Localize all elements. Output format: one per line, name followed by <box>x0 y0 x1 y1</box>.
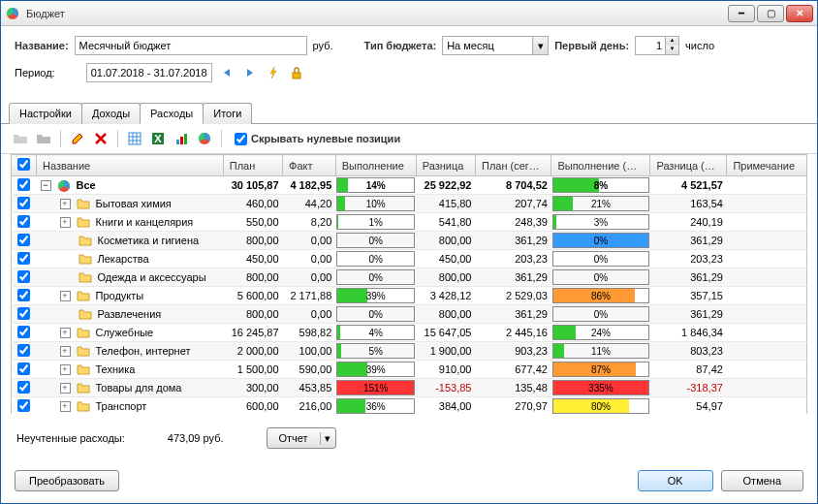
cancel-button[interactable]: Отмена <box>721 470 803 491</box>
column-header[interactable]: План (сег… <box>475 155 551 176</box>
table-row[interactable]: +Техника1 500,00590,0039%910,00677,4287%… <box>12 361 807 379</box>
tab-Расходы[interactable]: Расходы <box>140 103 204 124</box>
cell-fact: 453,85 <box>283 379 336 397</box>
firstday-label: Первый день: <box>554 40 629 51</box>
column-header[interactable]: Примечание <box>727 155 807 176</box>
tab-Настройки[interactable]: Настройки <box>9 103 82 124</box>
row-checkbox[interactable] <box>17 289 30 301</box>
svg-rect-11 <box>184 134 187 144</box>
cell-plan-today: 361,29 <box>475 268 551 287</box>
row-checkbox[interactable] <box>17 344 30 357</box>
cell-diff: 450,00 <box>416 250 475 268</box>
tree-expander-icon[interactable]: + <box>60 217 71 228</box>
folder-icon[interactable] <box>34 129 53 148</box>
column-header[interactable]: План <box>223 155 282 176</box>
column-header[interactable]: Выполнение <box>335 155 416 176</box>
column-header[interactable]: Факт <box>283 155 336 176</box>
table-row[interactable]: +Телефон, интернет2 000,00100,005%1 900,… <box>12 342 807 361</box>
table-row[interactable]: Одежда и аксессуары800,000,000%800,00361… <box>12 268 807 287</box>
tab-Итоги[interactable]: Итоги <box>203 103 252 124</box>
period-input[interactable] <box>86 63 212 82</box>
delete-icon[interactable] <box>91 129 110 148</box>
row-name: Товары для дома <box>96 382 182 394</box>
new-folder-icon[interactable] <box>11 129 30 148</box>
column-header[interactable]: Разница <box>416 155 475 176</box>
row-checkbox[interactable] <box>17 307 30 320</box>
row-checkbox[interactable] <box>17 270 30 283</box>
column-header[interactable]: Выполнение (… <box>551 155 650 176</box>
name-input[interactable] <box>75 36 307 55</box>
table-row[interactable]: +Служебные16 245,87598,824%15 647,052 44… <box>12 324 807 342</box>
table-row[interactable]: Косметика и гигиена800,000,000%800,00361… <box>12 232 807 250</box>
budget-icon <box>57 179 71 191</box>
chevron-down-icon[interactable]: ▾ <box>532 37 548 54</box>
cell-plan: 30 105,87 <box>223 176 282 195</box>
table-row[interactable]: Лекарства450,000,000%450,00203,230%203,2… <box>12 250 807 268</box>
table-row[interactable]: +Бытовая химия460,0044,2010%415,80207,74… <box>12 195 807 213</box>
column-header[interactable]: Разница (… <box>650 155 727 176</box>
tree-expander-icon[interactable]: + <box>60 401 71 412</box>
next-arrow-icon[interactable] <box>241 64 259 81</box>
row-checkbox[interactable] <box>17 215 30 228</box>
cell-exec: 0% <box>335 250 416 268</box>
row-checkbox[interactable] <box>17 362 30 375</box>
cell-diff-today: 54,97 <box>650 397 727 415</box>
table-row[interactable]: +Продукты5 600,002 171,8839%3 428,122 52… <box>12 287 807 305</box>
prev-arrow-icon[interactable] <box>218 64 236 81</box>
firstday-spinner[interactable]: ▲▼ <box>635 36 679 55</box>
cell-diff: 384,00 <box>416 397 475 415</box>
tree-expander-icon[interactable]: − <box>41 180 51 191</box>
close-button[interactable]: ✕ <box>786 5 813 22</box>
chevron-down-icon[interactable]: ▾ <box>320 432 335 445</box>
svg-text:X: X <box>154 133 162 144</box>
budget-grid[interactable]: НазваниеПланФактВыполнениеРазницаПлан (с… <box>11 154 807 414</box>
pie-icon[interactable] <box>195 129 214 148</box>
row-name: Служебные <box>96 327 154 338</box>
tree-expander-icon[interactable]: + <box>60 291 71 301</box>
row-checkbox[interactable] <box>17 326 30 338</box>
tree-expander-icon[interactable]: + <box>60 199 71 209</box>
tree-expander-icon[interactable]: + <box>60 328 71 338</box>
col-check[interactable] <box>12 155 37 176</box>
cell-diff-today: -318,37 <box>650 379 727 397</box>
row-checkbox[interactable] <box>17 399 30 412</box>
table-row[interactable]: +Транспорт600,00216,0036%384,00270,9780%… <box>12 397 807 415</box>
spin-down-icon[interactable]: ▼ <box>666 46 678 54</box>
table-row[interactable]: +Товары для дома300,00453,85151%-153,851… <box>12 379 807 397</box>
excel-icon[interactable]: X <box>148 129 168 148</box>
row-checkbox[interactable] <box>17 178 30 191</box>
chart-icon[interactable] <box>172 129 191 148</box>
row-checkbox[interactable] <box>17 234 30 246</box>
cell-diff-today: 361,29 <box>650 268 727 287</box>
minimize-button[interactable]: ━ <box>728 5 755 22</box>
row-checkbox[interactable] <box>17 197 30 209</box>
report-button[interactable]: Отчет▾ <box>267 427 336 449</box>
column-header[interactable]: Название <box>37 155 224 176</box>
cell-note <box>727 379 807 397</box>
lock-icon[interactable] <box>288 64 305 81</box>
lightning-icon[interactable] <box>265 64 282 81</box>
cell-plan-today: 2 529,03 <box>475 287 551 305</box>
row-name: Книги и канцелярия <box>96 216 194 228</box>
cell-plan: 2 000,00 <box>223 342 282 361</box>
tree-expander-icon[interactable]: + <box>60 346 71 357</box>
table-row[interactable]: +Книги и канцелярия550,008,201%541,80248… <box>12 213 807 232</box>
hide-zero-checkbox[interactable]: Скрывать нулевые позиции <box>235 133 400 145</box>
tree-expander-icon[interactable]: + <box>60 364 71 375</box>
tab-Доходы[interactable]: Доходы <box>81 103 141 124</box>
table-row[interactable]: Развлечения800,000,000%800,00361,290%361… <box>12 305 807 324</box>
transform-button[interactable]: Преобразовать <box>15 470 119 491</box>
edit-icon[interactable] <box>68 129 87 148</box>
grid-icon[interactable] <box>125 129 144 148</box>
tree-expander-icon[interactable]: + <box>60 383 71 394</box>
row-checkbox[interactable] <box>17 252 30 265</box>
ok-button[interactable]: OK <box>638 470 713 491</box>
folder-icon <box>79 271 92 283</box>
budget-type-combo[interactable]: На месяц ▾ <box>442 36 549 55</box>
maximize-button[interactable]: ▢ <box>757 5 784 22</box>
spin-up-icon[interactable]: ▲ <box>666 37 678 46</box>
cell-exec: 5% <box>335 342 416 361</box>
row-checkbox[interactable] <box>17 381 30 394</box>
table-row[interactable]: −Все30 105,874 182,9514%25 922,928 704,5… <box>12 176 807 195</box>
folder-icon <box>79 308 92 320</box>
